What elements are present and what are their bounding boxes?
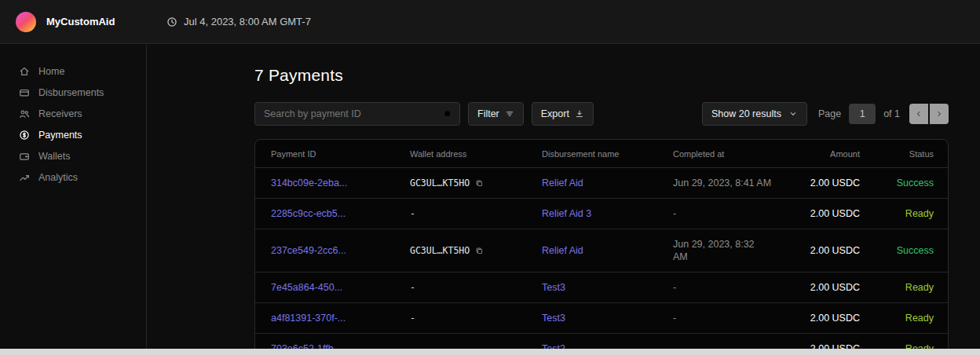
disbursement-link[interactable]: Relief Aid	[542, 245, 673, 257]
results-per-page-label: Show 20 results	[711, 108, 781, 119]
filter-icon	[505, 109, 514, 119]
disbursement-link[interactable]: Test3	[542, 282, 673, 294]
payments-table: Payment IDWallet addressDisbursement nam…	[254, 139, 949, 355]
wallet-address-cell: -	[410, 208, 542, 220]
wallet-address-cell: -	[410, 313, 542, 324]
table-body: 314bc09e-2eba... GC3UL…KT5HO Relief Aid …	[255, 168, 948, 355]
sidebar-item-label: Home	[38, 66, 64, 77]
sidebar-item-home[interactable]: Home	[0, 60, 146, 82]
column-header: Status	[860, 149, 934, 159]
chevron-down-icon	[788, 109, 798, 119]
column-header: Wallet address	[410, 149, 542, 159]
header-datetime: Jul 4, 2023, 8:00 AM GMT-7	[166, 16, 311, 27]
amount: 2.00 USDC	[789, 313, 860, 324]
completed-at: -	[673, 312, 789, 324]
wallet-address-cell: GC3UL…KT5HO	[410, 245, 542, 257]
payment-id-link[interactable]: 237ce549-2cc6...	[271, 245, 410, 257]
status-badge: Success	[860, 245, 934, 257]
chevron-right-icon	[934, 109, 944, 119]
app-name: MyCustomAid	[46, 16, 115, 27]
search-wrap	[254, 102, 460, 126]
clock-icon	[166, 16, 177, 27]
wallet-address: -	[410, 282, 415, 294]
table-row: 237ce549-2cc6... GC3UL…KT5HO Relief Aid …	[255, 229, 948, 273]
column-header: Payment ID	[271, 149, 410, 159]
app-logo	[16, 12, 36, 32]
wallets-icon	[19, 151, 30, 162]
sidebar-item-label: Wallets	[38, 151, 71, 162]
chevron-left-icon	[914, 109, 923, 119]
payment-id-link[interactable]: 2285c9cc-ecb5...	[271, 208, 410, 220]
status-badge: Ready	[860, 313, 934, 324]
copy-icon[interactable]	[475, 179, 484, 188]
status-badge: Success	[860, 178, 934, 189]
disbursements-icon	[19, 87, 30, 98]
export-icon	[575, 109, 584, 119]
receivers-icon	[19, 108, 30, 119]
payment-id-link[interactable]: 7e45a864-450...	[271, 282, 410, 294]
table-row: a4f81391-370f-... - Test3 - 2.00 USDC Re…	[255, 303, 948, 334]
disbursement-link[interactable]: Relief Aid 3	[542, 208, 673, 220]
completed-at: -	[673, 207, 789, 220]
sidebar-item-wallets[interactable]: Wallets	[0, 145, 146, 167]
sidebar-item-receivers[interactable]: Receivers	[0, 103, 146, 124]
status-badge: Ready	[860, 282, 934, 294]
amount: 2.00 USDC	[789, 282, 860, 294]
page-label: Page	[818, 108, 841, 119]
top-bar: MyCustomAid Jul 4, 2023, 8:00 AM GMT-7	[0, 0, 980, 44]
wallet-address-cell: GC3UL…KT5HO	[410, 178, 542, 189]
window-bottom-edge	[0, 349, 980, 355]
sidebar: Home Disbursements Receivers Payments Wa…	[0, 45, 147, 349]
export-button-label: Export	[541, 108, 569, 119]
table-header: Payment IDWallet addressDisbursement nam…	[255, 140, 948, 168]
wallet-address: GC3UL…KT5HO	[410, 178, 470, 189]
prev-page-button[interactable]	[909, 104, 928, 124]
status-badge: Ready	[860, 208, 934, 220]
payment-id-link[interactable]: 314bc09e-2eba...	[271, 178, 410, 189]
completed-at: Jun 29, 2023, 8:41 AM	[673, 177, 789, 189]
app-window: MyCustomAid Jul 4, 2023, 8:00 AM GMT-7 H…	[0, 0, 980, 355]
disbursement-link[interactable]: Relief Aid	[542, 178, 673, 189]
payment-id-link[interactable]: a4f81391-370f-...	[271, 313, 410, 324]
completed-at: Jun 29, 2023, 8:32 AM	[673, 238, 789, 263]
sidebar-item-label: Disbursements	[38, 87, 104, 98]
page-number-input[interactable]	[849, 104, 876, 124]
sidebar-item-disbursements[interactable]: Disbursements	[0, 82, 146, 103]
next-page-button[interactable]	[930, 104, 949, 124]
results-per-page-select[interactable]: Show 20 results	[702, 102, 807, 126]
toolbar: Filter Export Show 20 results Page	[254, 102, 949, 126]
sidebar-item-payments[interactable]: Payments	[0, 124, 146, 145]
page-of-label: of 1	[883, 108, 900, 119]
disbursement-link[interactable]: Test3	[542, 313, 673, 324]
amount: 2.00 USDC	[789, 178, 860, 189]
sidebar-item-label: Analytics	[38, 172, 78, 183]
column-header: Amount	[789, 149, 860, 159]
completed-at: -	[673, 281, 789, 294]
amount: 2.00 USDC	[789, 208, 860, 220]
filter-button[interactable]: Filter	[468, 102, 524, 126]
sidebar-nav: Home Disbursements Receivers Payments Wa…	[0, 60, 146, 188]
sidebar-item-analytics[interactable]: Analytics	[0, 167, 146, 188]
header-datetime-label: Jul 4, 2023, 8:00 AM GMT-7	[184, 16, 311, 27]
table-row: 314bc09e-2eba... GC3UL…KT5HO Relief Aid …	[255, 168, 948, 199]
column-header: Completed at	[673, 149, 789, 159]
wallet-address-cell: -	[410, 282, 542, 294]
pagination-controls	[909, 104, 949, 124]
table-row: 7e45a864-450... - Test3 - 2.00 USDC Read…	[255, 273, 948, 303]
table-row: 2285c9cc-ecb5... - Relief Aid 3 - 2.00 U…	[255, 199, 948, 229]
main-content: 7 Payments Filter Export	[148, 45, 980, 349]
wallet-address: -	[410, 313, 415, 324]
search-input[interactable]	[254, 102, 460, 126]
sidebar-item-label: Payments	[38, 130, 82, 141]
page-title: 7 Payments	[254, 66, 949, 85]
wallet-address: -	[410, 208, 415, 220]
analytics-icon	[19, 172, 30, 183]
amount: 2.00 USDC	[789, 245, 860, 257]
column-header: Disbursement name	[542, 149, 673, 159]
payments-icon	[19, 130, 30, 141]
export-button[interactable]: Export	[532, 102, 594, 126]
sidebar-item-label: Receivers	[38, 108, 82, 119]
wallet-address: GC3UL…KT5HO	[410, 245, 470, 257]
copy-icon[interactable]	[475, 247, 484, 255]
search-icon	[443, 108, 453, 119]
